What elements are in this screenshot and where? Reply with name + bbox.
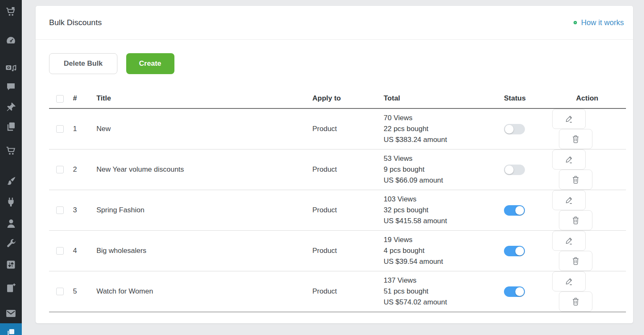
envelope-icon [6, 309, 16, 317]
edit-button[interactable] [552, 109, 586, 129]
row-amount: US $574.02 amount [384, 297, 500, 308]
row-title: New Year volume discounts [93, 149, 309, 190]
row-views: 103 Views [384, 194, 500, 205]
column-header-status: Status [500, 89, 548, 108]
pin-icon [6, 102, 16, 112]
trash-icon [571, 134, 580, 144]
row-total: 137 Views 51 pcs bought US $574.02 amoun… [380, 271, 500, 312]
status-toggle[interactable] [504, 205, 525, 216]
speedometer-icon [6, 36, 16, 45]
row-bought: 22 pcs bought [384, 124, 500, 134]
sidebar [0, 0, 22, 335]
column-header-apply: Apply to [309, 89, 380, 108]
sidebar-item-customers[interactable] [0, 215, 22, 232]
sidebar-item-design[interactable] [0, 173, 22, 189]
cart-flag-icon [5, 7, 17, 17]
row-apply-to: Product [309, 149, 380, 190]
table-row: 2 New Year volume discounts Product 53 V… [49, 149, 626, 190]
sidebar-item-bulk-discounts[interactable] [0, 323, 22, 335]
toggle-knob [515, 247, 524, 255]
row-title: Watch for Women [93, 271, 309, 312]
sidebar-item-pages[interactable] [0, 118, 22, 135]
edit-button[interactable] [552, 190, 586, 210]
delete-button[interactable] [559, 210, 592, 230]
table-row: 5 Watch for Women Product 137 Views 51 p… [49, 271, 626, 312]
table-header-row: # Title Apply to Total Status Action [49, 89, 626, 108]
edit-button[interactable] [552, 231, 586, 251]
sidebar-item-tools[interactable] [0, 235, 22, 252]
toolbar: Delete Bulk Create [49, 53, 633, 74]
how-it-works-label: How it works [581, 18, 624, 27]
row-total: 103 Views 32 pcs bought US $415.58 amoun… [380, 190, 500, 231]
plug-icon [6, 197, 16, 207]
row-number: 4 [69, 231, 93, 271]
pencil-icon [564, 196, 574, 205]
toggle-knob [505, 125, 514, 134]
delete-button[interactable] [559, 170, 592, 190]
status-toggle[interactable] [504, 165, 525, 175]
row-checkbox[interactable] [56, 247, 64, 255]
sidebar-item-pinned[interactable] [0, 98, 22, 115]
sidebar-item-extensions[interactable] [0, 193, 22, 210]
row-amount: US $39.54 amount [384, 256, 500, 267]
sidebar-item-catalog[interactable] [0, 60, 22, 77]
toggle-knob [505, 165, 514, 174]
row-apply-to: Product [309, 231, 380, 271]
edit-button[interactable] [552, 271, 586, 291]
row-number: 5 [69, 271, 93, 312]
row-amount: US $415.58 amount [384, 216, 500, 227]
cart-icon [6, 146, 16, 155]
pages-icon [6, 122, 16, 131]
discounts-table: # Title Apply to Total Status Action 1 N… [49, 89, 626, 312]
row-views: 70 Views [384, 113, 500, 124]
sidebar-item-orders[interactable] [0, 142, 22, 159]
row-checkbox[interactable] [56, 166, 64, 173]
toggle-knob [515, 206, 524, 215]
status-toggle[interactable] [504, 286, 525, 297]
toggle-knob [515, 287, 524, 296]
row-amount: US $66.09 amount [384, 175, 500, 186]
sidebar-item-reports[interactable] [0, 279, 22, 296]
table-row: 3 Spring Fashion Product 103 Views 32 pc… [49, 190, 626, 231]
row-views: 53 Views [384, 153, 500, 164]
status-toggle[interactable] [504, 246, 525, 256]
sidebar-item-dashboard[interactable] [0, 32, 22, 49]
row-number: 1 [69, 108, 93, 149]
sidebar-item-store-logo[interactable] [0, 3, 22, 20]
sidebar-item-comments[interactable] [0, 78, 22, 95]
row-views: 137 Views [384, 275, 500, 286]
wrench-icon [6, 239, 16, 249]
select-all-checkbox[interactable] [56, 95, 64, 103]
row-bought: 4 pcs bought [384, 245, 500, 256]
row-bought: 9 pcs bought [384, 164, 500, 175]
column-header-total: Total [380, 89, 500, 108]
table-body: 1 New Product 70 Views 22 pcs bought US … [49, 108, 626, 312]
user-icon [6, 219, 16, 228]
edit-button[interactable] [552, 149, 586, 170]
arrows-up-down-icon [6, 260, 16, 269]
row-checkbox[interactable] [56, 125, 64, 133]
delete-button[interactable] [559, 291, 592, 312]
row-checkbox[interactable] [56, 288, 64, 295]
delete-button[interactable] [559, 129, 592, 149]
row-amount: US $383.24 amount [384, 134, 500, 145]
row-checkbox[interactable] [56, 206, 64, 214]
table-row: 4 Big wholesalers Product 19 Views 4 pcs… [49, 231, 626, 271]
how-it-works-link[interactable]: How it works [574, 18, 624, 27]
discounts-table-wrap: # Title Apply to Total Status Action 1 N… [36, 89, 633, 312]
row-total: 19 Views 4 pcs bought US $39.54 amount [380, 231, 500, 271]
delete-button[interactable] [559, 251, 592, 271]
delete-bulk-button[interactable]: Delete Bulk [49, 53, 117, 74]
column-header-action: Action [548, 89, 626, 108]
row-views: 19 Views [384, 234, 500, 245]
trash-icon [571, 216, 580, 225]
sidebar-item-transfers[interactable] [0, 256, 22, 273]
row-apply-to: Product [309, 190, 380, 231]
status-toggle[interactable] [504, 124, 525, 134]
pencil-icon [564, 236, 574, 245]
trash-icon [571, 297, 580, 306]
sidebar-item-mail[interactable] [0, 305, 22, 322]
column-header-num: # [69, 89, 93, 108]
create-button[interactable]: Create [126, 53, 174, 74]
row-apply-to: Product [309, 271, 380, 312]
